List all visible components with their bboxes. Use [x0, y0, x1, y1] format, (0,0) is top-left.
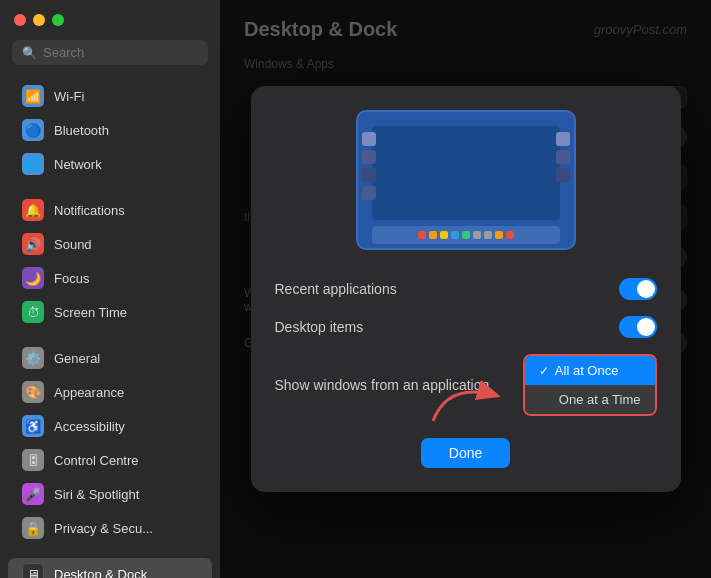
dock-bar	[372, 226, 560, 244]
dropdown-option-all-at-once[interactable]: ✓ All at Once	[525, 356, 655, 385]
dock-screen	[372, 126, 560, 220]
sidebar-item-wifi[interactable]: 📶 Wi-Fi	[8, 80, 212, 112]
app-icon-right	[556, 150, 570, 164]
main-content: Desktop & Dock groovyPost.com Windows & …	[220, 0, 711, 578]
sidebar-item-bluetooth[interactable]: 🔵 Bluetooth	[8, 114, 212, 146]
notifications-icon: 🔔	[22, 199, 44, 221]
app-icon-right	[556, 132, 570, 146]
recent-apps-toggle[interactable]	[619, 278, 657, 300]
dock-apps-right	[556, 132, 570, 182]
siri-icon: 🎤	[22, 483, 44, 505]
appearance-icon: 🎨	[22, 381, 44, 403]
sidebar-item-notifications[interactable]: 🔔 Notifications	[8, 194, 212, 226]
dock-dot	[495, 231, 503, 239]
sidebar-item-focus[interactable]: 🌙 Focus	[8, 262, 212, 294]
dock-dot	[440, 231, 448, 239]
focus-icon: 🌙	[22, 267, 44, 289]
dock-dot	[506, 231, 514, 239]
desktop-items-row: Desktop items	[275, 308, 657, 346]
accessibility-icon: ♿	[22, 415, 44, 437]
control-icon: 🎛	[22, 449, 44, 471]
dock-preview	[356, 110, 576, 250]
app-icon	[362, 168, 376, 182]
app-icon	[362, 150, 376, 164]
dock-dot	[451, 231, 459, 239]
sidebar-item-accessibility[interactable]: ♿ Accessibility	[8, 410, 212, 442]
dock-apps-left	[362, 132, 376, 200]
minimize-button[interactable]	[33, 14, 45, 26]
close-button[interactable]	[14, 14, 26, 26]
desktop-items-toggle[interactable]	[619, 316, 657, 338]
app-icon-right	[556, 168, 570, 182]
dropdown-option-one-at-a-time[interactable]: One at a Time	[525, 385, 655, 414]
sidebar-item-general[interactable]: ⚙️ General	[8, 342, 212, 374]
sidebar-item-sound[interactable]: 🔊 Sound	[8, 228, 212, 260]
sidebar-item-appearance[interactable]: 🎨 Appearance	[8, 376, 212, 408]
modal-overlay: Recent applications Desktop items Show w…	[220, 0, 711, 578]
dock-dot	[418, 231, 426, 239]
dropdown-container: ✓ All at Once One at a Time	[523, 354, 657, 416]
maximize-button[interactable]	[52, 14, 64, 26]
dock-dot	[462, 231, 470, 239]
general-icon: ⚙️	[22, 347, 44, 369]
done-button[interactable]: Done	[421, 438, 510, 468]
windows-dropdown[interactable]: ✓ All at Once One at a Time	[523, 354, 657, 416]
sidebar-item-dock[interactable]: 🖥 Desktop & Dock	[8, 558, 212, 578]
recent-apps-label: Recent applications	[275, 281, 397, 297]
search-icon: 🔍	[22, 46, 37, 60]
wifi-icon: 📶	[22, 85, 44, 107]
search-input[interactable]	[43, 45, 198, 60]
dock-dot	[429, 231, 437, 239]
sidebar-item-privacy[interactable]: 🔒 Privacy & Secu...	[8, 512, 212, 544]
sidebar-item-network[interactable]: 🌐 Network	[8, 148, 212, 180]
sound-icon: 🔊	[22, 233, 44, 255]
traffic-lights	[14, 14, 64, 26]
screen-time-icon: ⏱	[22, 301, 44, 323]
checkmark-icon: ✓	[539, 364, 549, 378]
dock-dot	[473, 231, 481, 239]
dock-dot	[484, 231, 492, 239]
desktop-items-label: Desktop items	[275, 319, 364, 335]
network-icon: 🌐	[22, 153, 44, 175]
sidebar-item-siri[interactable]: 🎤 Siri & Spotlight	[8, 478, 212, 510]
sidebar-item-screen-time[interactable]: ⏱ Screen Time	[8, 296, 212, 328]
sidebar: 🔍 📶 Wi-Fi 🔵 Bluetooth 🌐 Network 🔔 Notifi…	[0, 0, 220, 578]
modal-dialog: Recent applications Desktop items Show w…	[251, 86, 681, 492]
privacy-icon: 🔒	[22, 517, 44, 539]
search-box[interactable]: 🔍	[12, 40, 208, 65]
app-icon	[362, 186, 376, 200]
recent-apps-row: Recent applications	[275, 270, 657, 308]
sidebar-item-control[interactable]: 🎛 Control Centre	[8, 444, 212, 476]
dock-icon: 🖥	[22, 563, 44, 578]
app-icon	[362, 132, 376, 146]
arrow-indicator	[428, 376, 508, 426]
show-windows-row: Show windows from an application	[275, 346, 657, 424]
bluetooth-icon: 🔵	[22, 119, 44, 141]
